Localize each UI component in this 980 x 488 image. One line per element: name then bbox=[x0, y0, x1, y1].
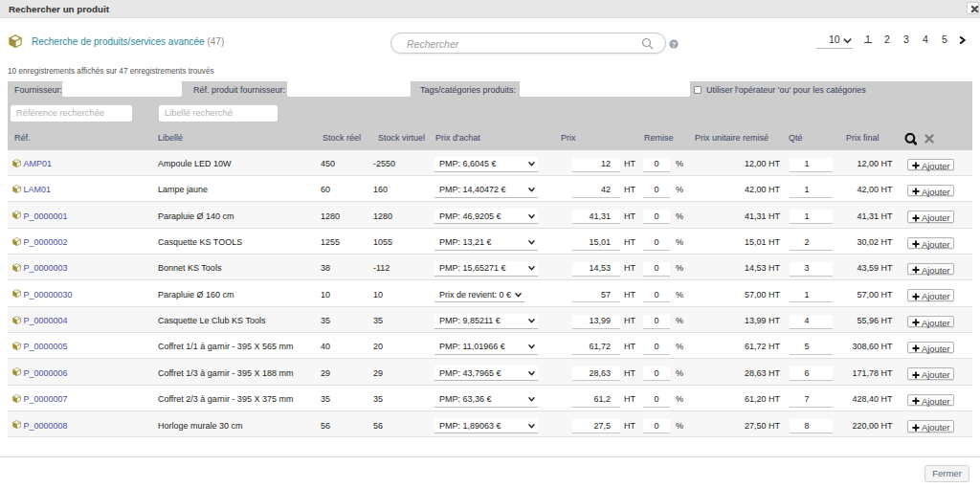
svg-text:?: ? bbox=[672, 40, 677, 49]
